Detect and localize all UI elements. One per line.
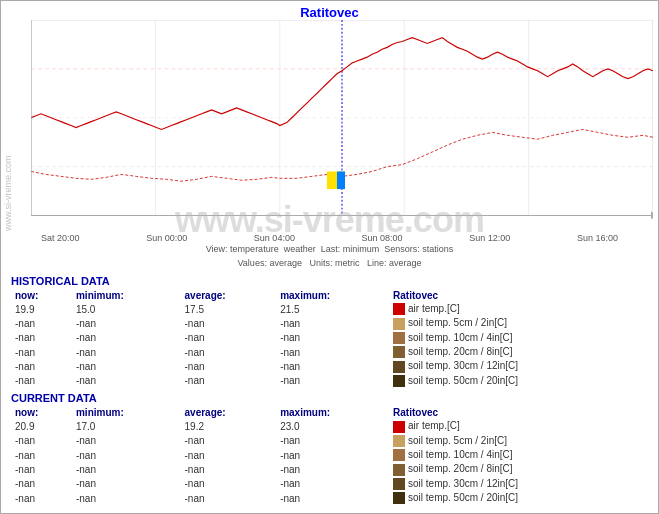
cell-max: 23.0 (276, 419, 389, 433)
color-indicator (393, 303, 405, 315)
cell-now: -nan (11, 462, 72, 476)
table-row: -nan -nan -nan -nan soil temp. 10cm / 4i… (11, 448, 648, 462)
cell-avg: -nan (181, 477, 277, 491)
cell-label: soil temp. 5cm / 2in[C] (389, 316, 648, 330)
chart-area: Ratitovec www.si-vreme.com 22 20 18 16 (1, 1, 658, 271)
x-label-3: Sun 04:00 (254, 233, 295, 243)
data-section: HISTORICAL DATA now: minimum: average: m… (1, 271, 658, 513)
x-label-1: Sat 20:00 (41, 233, 80, 243)
cell-min: -nan (72, 462, 181, 476)
cell-min: -nan (72, 345, 181, 359)
cell-min: -nan (72, 477, 181, 491)
cell-label: air temp.[C] (389, 302, 648, 316)
cell-max: -nan (276, 331, 389, 345)
cell-label: soil temp. 20cm / 8in[C] (389, 345, 648, 359)
hist-col-station: Ratitovec (389, 289, 648, 302)
cell-now: 19.9 (11, 302, 72, 316)
cell-label: soil temp. 30cm / 12in[C] (389, 359, 648, 373)
cell-max: -nan (276, 359, 389, 373)
curr-col-now: now: (11, 406, 72, 419)
cell-avg: 17.5 (181, 302, 277, 316)
cell-now: 20.9 (11, 419, 72, 433)
cell-max: -nan (276, 316, 389, 330)
cell-now: -nan (11, 448, 72, 462)
color-indicator (393, 449, 405, 461)
chart-svg: 22 20 18 16 (31, 20, 653, 235)
cell-max: -nan (276, 434, 389, 448)
cell-label: soil temp. 20cm / 8in[C] (389, 462, 648, 476)
cell-avg: -nan (181, 316, 277, 330)
svg-marker-18 (651, 212, 653, 220)
cell-now: -nan (11, 477, 72, 491)
table-row: -nan -nan -nan -nan soil temp. 20cm / 8i… (11, 462, 648, 476)
cell-avg: 19.2 (181, 419, 277, 433)
cell-min: -nan (72, 434, 181, 448)
color-indicator (393, 492, 405, 504)
table-row: -nan -nan -nan -nan soil temp. 50cm / 20… (11, 374, 648, 388)
table-row: -nan -nan -nan -nan soil temp. 5cm / 2in… (11, 316, 648, 330)
curr-col-station: Ratitovec (389, 406, 648, 419)
x-label-4: Sun 08:00 (362, 233, 403, 243)
cell-now: -nan (11, 434, 72, 448)
main-container: Ratitovec www.si-vreme.com 22 20 18 16 (0, 0, 659, 514)
color-indicator (393, 478, 405, 490)
table-row: -nan -nan -nan -nan soil temp. 30cm / 12… (11, 359, 648, 373)
table-row: -nan -nan -nan -nan soil temp. 5cm / 2in… (11, 434, 648, 448)
hist-col-avg: average: (181, 289, 277, 302)
cell-now: -nan (11, 331, 72, 345)
x-label-5: Sun 12:00 (469, 233, 510, 243)
table-row: -nan -nan -nan -nan soil temp. 10cm / 4i… (11, 331, 648, 345)
color-indicator (393, 332, 405, 344)
curr-col-avg: average: (181, 406, 277, 419)
color-indicator (393, 421, 405, 433)
cell-min: -nan (72, 316, 181, 330)
cell-max: -nan (276, 374, 389, 388)
cell-avg: -nan (181, 434, 277, 448)
chart-legend-2: Values: average Units: metric Line: aver… (1, 257, 658, 271)
cell-label: soil temp. 50cm / 20in[C] (389, 491, 648, 505)
table-row: -nan -nan -nan -nan soil temp. 30cm / 12… (11, 477, 648, 491)
historical-table: now: minimum: average: maximum: Ratitove… (11, 289, 648, 388)
hist-col-min: minimum: (72, 289, 181, 302)
color-indicator (393, 346, 405, 358)
cell-min: -nan (72, 374, 181, 388)
cell-min: 17.0 (72, 419, 181, 433)
cell-now: -nan (11, 345, 72, 359)
cell-max: -nan (276, 462, 389, 476)
cell-avg: -nan (181, 448, 277, 462)
chart-title: Ratitovec (1, 1, 658, 20)
cell-min: -nan (72, 331, 181, 345)
color-indicator (393, 318, 405, 330)
current-table: now: minimum: average: maximum: Ratitove… (11, 406, 648, 505)
cell-label: soil temp. 5cm / 2in[C] (389, 434, 648, 448)
cell-avg: -nan (181, 331, 277, 345)
cell-min: -nan (72, 491, 181, 505)
cell-label: soil temp. 10cm / 4in[C] (389, 448, 648, 462)
x-label-2: Sun 00:00 (146, 233, 187, 243)
historical-header: HISTORICAL DATA (11, 275, 648, 287)
table-row: 19.9 15.0 17.5 21.5 air temp.[C] (11, 302, 648, 316)
cell-max: -nan (276, 345, 389, 359)
color-indicator (393, 361, 405, 373)
cell-now: -nan (11, 359, 72, 373)
curr-col-max: maximum: (276, 406, 389, 419)
color-indicator (393, 375, 405, 387)
table-row: -nan -nan -nan -nan soil temp. 20cm / 8i… (11, 345, 648, 359)
color-indicator (393, 435, 405, 447)
cell-avg: -nan (181, 359, 277, 373)
cell-now: -nan (11, 374, 72, 388)
chart-legend-1: View: temperature weather Last: minimum … (1, 243, 658, 257)
current-header: CURRENT DATA (11, 392, 648, 404)
cell-min: 15.0 (72, 302, 181, 316)
curr-col-min: minimum: (72, 406, 181, 419)
cell-max: -nan (276, 477, 389, 491)
cell-min: -nan (72, 359, 181, 373)
hist-col-max: maximum: (276, 289, 389, 302)
color-indicator (393, 464, 405, 476)
cell-now: -nan (11, 316, 72, 330)
x-label-6: Sun 16:00 (577, 233, 618, 243)
watermark-left: www.si-vreme.com (3, 41, 13, 231)
cell-label: air temp.[C] (389, 419, 648, 433)
cell-max: -nan (276, 491, 389, 505)
cell-max: -nan (276, 448, 389, 462)
